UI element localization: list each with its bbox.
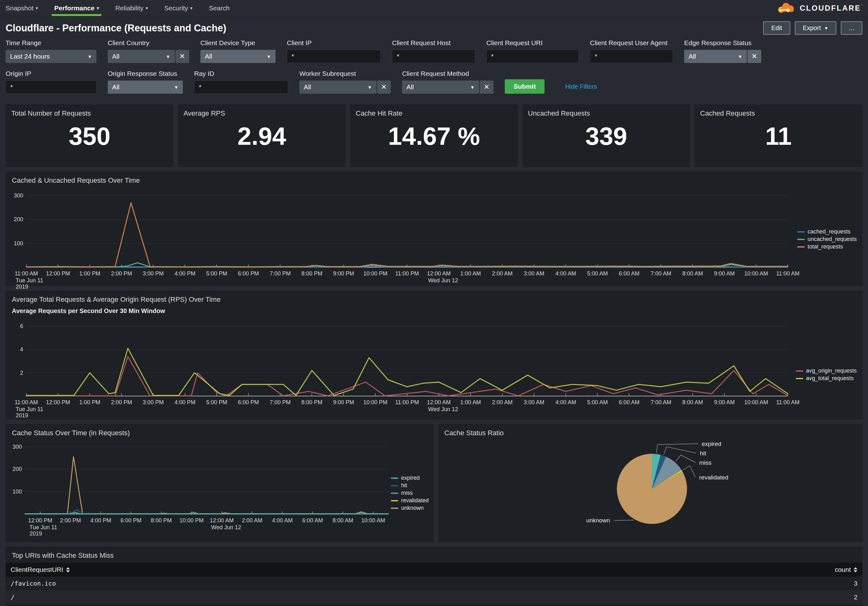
chart-title: Cache Status Over Time (in Requests) xyxy=(10,428,429,440)
table-body: /favicon.ico3/2 xyxy=(6,576,862,604)
column-header-count[interactable]: count xyxy=(763,566,857,573)
chevron-down-icon: ▾ xyxy=(146,5,148,11)
nav-item-performance[interactable]: Performance▾ xyxy=(54,0,99,16)
hide-filters-link[interactable]: Hide Filters xyxy=(565,83,597,90)
client-request-uri-input[interactable] xyxy=(486,50,579,63)
edge-response-status-select[interactable]: All▼ xyxy=(684,50,747,63)
client-country-select[interactable]: All▼ xyxy=(108,50,175,63)
nav-item-reliability[interactable]: Reliability▾ xyxy=(115,0,148,16)
svg-text:2:00 PM: 2:00 PM xyxy=(111,399,132,406)
client-ip-input[interactable] xyxy=(287,50,381,63)
edit-button[interactable]: Edit xyxy=(763,21,790,35)
ray-id-input[interactable] xyxy=(194,81,288,94)
table-header: ClientRequestURIcount xyxy=(6,563,862,576)
filter-client-request-uri: Client Request URI xyxy=(486,39,579,63)
svg-text:4:00 PM: 4:00 PM xyxy=(90,517,111,524)
filter-label: Origin Response Status xyxy=(108,70,183,78)
nav-item-security[interactable]: Security▾ xyxy=(164,0,192,16)
filter-time-range: Time RangeLast 24 hours▼ xyxy=(6,39,96,63)
cell-count: 3 xyxy=(763,580,857,587)
stat-value: 339 xyxy=(522,122,690,151)
svg-text:200: 200 xyxy=(12,466,22,472)
legend-item-total_requests[interactable]: total_requests xyxy=(797,244,857,250)
sort-desc-arrow xyxy=(854,570,857,572)
page-title: Cloudflare - Performance (Requests and C… xyxy=(6,23,226,34)
worker-subrequest-select[interactable]: All▼ xyxy=(299,81,377,94)
cache-status-chart: 10020030012:00 PMTue Jun 1120192:00 PM4:… xyxy=(10,440,429,536)
stat-panels: Total Number of Requests350Average RPS2.… xyxy=(6,104,862,167)
worker-subrequest-clear-button[interactable]: ✕ xyxy=(377,81,391,94)
chart-legend: cached_requestsuncached_requeststotal_re… xyxy=(797,228,857,250)
stat-value: 11 xyxy=(694,122,862,151)
chevron-down-icon: ▼ xyxy=(267,54,271,59)
legend-swatch xyxy=(391,508,398,509)
trademark-mark: ’ xyxy=(862,3,862,8)
panel-top-uris: Top URIs with Cache Status Miss ClientRe… xyxy=(6,547,862,606)
legend-item-avg_origin_requests[interactable]: avg_origin_requests xyxy=(796,368,857,374)
svg-text:10:00 PM: 10:00 PM xyxy=(363,399,388,406)
select-value: All xyxy=(112,83,119,91)
legend-swatch xyxy=(797,246,805,247)
svg-text:8:00 PM: 8:00 PM xyxy=(301,270,322,277)
legend-item-miss[interactable]: miss xyxy=(391,490,429,496)
svg-text:2019: 2019 xyxy=(16,284,28,289)
select-wrap: All▼ xyxy=(200,50,276,63)
nav-item-search[interactable]: Search xyxy=(209,0,230,16)
filter-client-device-type: Client Device TypeAll▼ xyxy=(200,39,276,63)
client-request-user-agent-input[interactable] xyxy=(590,50,673,63)
legend-item-unknown[interactable]: unknown xyxy=(391,505,429,511)
chevron-down-icon: ▼ xyxy=(166,54,170,59)
chart-legend: expiredhitmissrevalidatedunknown xyxy=(391,475,429,511)
legend-label: expired xyxy=(401,475,420,481)
client-device-type-select[interactable]: All▼ xyxy=(200,50,276,63)
legend-item-avg_total_requests[interactable]: avg_total_requests xyxy=(796,375,857,382)
select-wrap: All▼ xyxy=(108,81,183,94)
nav-item-snapshot[interactable]: Snapshot▾ xyxy=(6,0,38,16)
close-icon: ✕ xyxy=(180,52,185,61)
more-options-button[interactable]: ... xyxy=(841,21,862,35)
stat-value: 350 xyxy=(6,122,174,151)
select-wrap: Last 24 hours▼ xyxy=(6,50,96,63)
origin-ip-input[interactable] xyxy=(6,81,96,94)
legend-item-expired[interactable]: expired xyxy=(391,475,429,481)
button-label: Edit xyxy=(771,25,782,32)
svg-text:6:00 AM: 6:00 AM xyxy=(619,270,639,277)
svg-text:4:00 AM: 4:00 AM xyxy=(555,270,576,277)
panel-cached-uncached-requests: Cached & Uncached Requests Over Time 100… xyxy=(6,171,862,286)
legend-item-uncached_requests[interactable]: uncached_requests xyxy=(797,236,857,242)
svg-text:6:00 AM: 6:00 AM xyxy=(302,517,323,524)
chart-subtitle: Average Requests per Second Over 30 Min … xyxy=(10,307,858,317)
requests-over-time-chart: 10020030011:00 AMTue Jun 11201912:00 PM1… xyxy=(10,188,857,289)
filter-row-2: Origin IPOrigin Response StatusAll▼Ray I… xyxy=(6,70,862,94)
chevron-down-icon: ▼ xyxy=(470,85,475,90)
filter-label: Client Request URI xyxy=(486,39,579,47)
table-row[interactable]: /favicon.ico3 xyxy=(6,576,862,590)
edge-response-status-clear-button[interactable]: ✕ xyxy=(747,50,761,63)
submit-button[interactable]: Submit xyxy=(505,79,544,94)
column-header-label: count xyxy=(835,566,851,573)
filter-row-1: Time RangeLast 24 hours▼Client CountryAl… xyxy=(6,39,862,63)
legend-item-hit[interactable]: hit xyxy=(391,482,429,489)
filter-label: Client Device Type xyxy=(200,39,276,47)
column-header-clientrequesturi[interactable]: ClientRequestURI xyxy=(11,566,763,573)
legend-item-cached_requests[interactable]: cached_requests xyxy=(797,228,857,235)
svg-text:10:00 AM: 10:00 AM xyxy=(361,517,385,524)
table-row[interactable]: /2 xyxy=(6,590,862,604)
svg-text:2019: 2019 xyxy=(16,412,28,417)
table-title: Top URIs with Cache Status Miss xyxy=(6,550,862,563)
time-range-select[interactable]: Last 24 hours▼ xyxy=(6,50,96,63)
sort-icon[interactable] xyxy=(66,567,70,572)
client-request-host-input[interactable] xyxy=(392,50,475,63)
svg-text:9:00 PM: 9:00 PM xyxy=(333,399,354,406)
svg-text:300: 300 xyxy=(14,193,23,199)
origin-response-status-select[interactable]: All▼ xyxy=(108,81,183,94)
client-request-method-select[interactable]: All▼ xyxy=(402,81,479,94)
svg-text:6:00 PM: 6:00 PM xyxy=(238,270,259,277)
svg-text:5:00 PM: 5:00 PM xyxy=(206,399,227,406)
export-button[interactable]: Export▼ xyxy=(795,21,837,35)
client-country-clear-button[interactable]: ✕ xyxy=(175,50,189,63)
sort-icon[interactable] xyxy=(854,567,857,572)
legend-item-revalidated[interactable]: revalidated xyxy=(391,497,429,504)
client-request-method-clear-button[interactable]: ✕ xyxy=(480,81,493,94)
select-wrap: All▼✕ xyxy=(299,81,391,94)
